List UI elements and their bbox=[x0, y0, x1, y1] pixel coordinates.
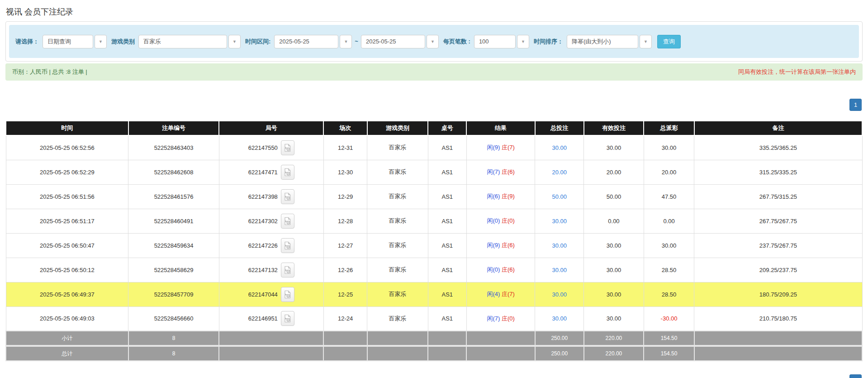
cell-bet-id: 522528462608 bbox=[128, 160, 219, 184]
date-to-picker[interactable]: 2025-05-25 ▼ bbox=[361, 35, 439, 48]
cell-session: 12-27 bbox=[323, 233, 367, 258]
cell-round-id: 622147044 bbox=[219, 282, 323, 306]
cell-table-no: AS1 bbox=[428, 135, 466, 160]
cell-game: 百家乐 bbox=[367, 184, 428, 209]
total-bet-link[interactable]: 30.00 bbox=[552, 315, 567, 322]
cell-round-id: 622147398 bbox=[219, 184, 323, 209]
cell-bet-id: 522528459634 bbox=[128, 233, 219, 258]
cell-bet-id: 522528460491 bbox=[128, 209, 219, 233]
sort-order-select[interactable]: 降幂(由大到小) ▼ bbox=[567, 35, 652, 48]
date-from-picker[interactable]: 2025-05-25 ▼ bbox=[274, 35, 352, 48]
video-file-icon bbox=[284, 192, 291, 201]
sort-order-value[interactable]: 降幂(由大到小) bbox=[567, 35, 638, 48]
video-replay-button[interactable] bbox=[281, 263, 294, 278]
same-round-note: 同局有效投注，统一计算在该局第一张注单内 bbox=[738, 68, 856, 76]
cell-session: 12-24 bbox=[323, 306, 367, 331]
video-replay-button[interactable] bbox=[281, 140, 294, 155]
cell-round-id: 622147550 bbox=[219, 135, 323, 160]
page-1-button[interactable]: 1 bbox=[849, 99, 862, 111]
query-type-select[interactable]: 日期查询 ▼ bbox=[43, 35, 107, 48]
cell-payout: 28.50 bbox=[644, 282, 694, 306]
total-bet-link[interactable]: 20.00 bbox=[552, 169, 567, 176]
video-replay-button[interactable] bbox=[281, 165, 294, 180]
page-size-value[interactable]: 100 bbox=[474, 35, 516, 48]
chevron-down-icon[interactable]: ▼ bbox=[95, 35, 107, 48]
cell-time: 2025-05-25 06:52:29 bbox=[6, 160, 128, 184]
video-file-icon bbox=[284, 314, 291, 323]
total-label: 总计 bbox=[6, 346, 128, 361]
summary-bar: 币别：人民币 | 总共 :8 注单 | 同局有效投注，统一计算在该局第一张注单内 bbox=[5, 63, 863, 81]
total-valid-bet: 220.00 bbox=[584, 346, 644, 361]
cell-remark: 209.25/237.75 bbox=[694, 258, 862, 282]
cell-table-no: AS1 bbox=[428, 282, 466, 306]
video-replay-button[interactable] bbox=[281, 311, 294, 326]
table-row: 2025-05-25 06:50:12 522528458629 6221471… bbox=[6, 258, 862, 282]
game-type-value[interactable]: 百家乐 bbox=[138, 35, 227, 48]
total-bet-link[interactable]: 30.00 bbox=[552, 218, 567, 225]
video-replay-button[interactable] bbox=[281, 238, 294, 253]
video-file-icon bbox=[284, 266, 291, 274]
search-button[interactable]: 查询 bbox=[657, 35, 681, 48]
query-type-value[interactable]: 日期查询 bbox=[43, 35, 93, 48]
page-1-button[interactable]: 1 bbox=[849, 374, 862, 378]
cell-time: 2025-05-25 06:50:12 bbox=[6, 258, 128, 282]
date-from-value[interactable]: 2025-05-25 bbox=[274, 35, 338, 48]
chevron-down-icon[interactable]: ▼ bbox=[427, 35, 439, 48]
date-to-value[interactable]: 2025-05-25 bbox=[361, 35, 425, 48]
col-total-bet: 总投注 bbox=[535, 121, 584, 135]
cell-result: 闲(6) 庄(9) bbox=[466, 184, 535, 209]
table-row: 2025-05-25 06:52:56 522528463403 6221475… bbox=[6, 135, 862, 160]
table-row: 2025-05-25 06:51:17 522528460491 6221473… bbox=[6, 209, 862, 233]
cell-time: 2025-05-25 06:51:56 bbox=[6, 184, 128, 209]
total-bet-link[interactable]: 30.00 bbox=[552, 144, 567, 151]
chevron-down-icon[interactable]: ▼ bbox=[228, 35, 241, 48]
video-replay-button[interactable] bbox=[281, 287, 294, 302]
chevron-down-icon[interactable]: ▼ bbox=[640, 35, 652, 48]
cell-game: 百家乐 bbox=[367, 209, 428, 233]
cell-remark: 210.75/180.75 bbox=[694, 306, 862, 331]
total-total-bet: 250.00 bbox=[535, 346, 584, 361]
page-size-select[interactable]: 100 ▼ bbox=[474, 35, 529, 48]
total-row: 总计 8 250.00 220.00 154.50 bbox=[6, 346, 862, 361]
cell-valid-bet: 20.00 bbox=[584, 160, 644, 184]
total-bet-link[interactable]: 50.00 bbox=[552, 193, 567, 200]
cell-result: 闲(9) 庄(6) bbox=[466, 233, 535, 258]
total-bet-link[interactable]: 30.00 bbox=[552, 242, 567, 249]
page-title: 视讯 会员下注纪录 bbox=[6, 6, 73, 17]
game-type-select[interactable]: 百家乐 ▼ bbox=[138, 35, 241, 48]
table-row: 2025-05-25 06:49:03 522528456660 6221469… bbox=[6, 306, 862, 331]
cell-total-bet: 50.00 bbox=[535, 184, 584, 209]
subtotal-count: 8 bbox=[128, 331, 219, 346]
cell-remark: 267.75/315.25 bbox=[694, 184, 862, 209]
total-bet-link[interactable]: 30.00 bbox=[552, 267, 567, 273]
table-row: 2025-05-25 06:52:29 522528462608 6221474… bbox=[6, 160, 862, 184]
cell-payout: 0.00 bbox=[644, 209, 694, 233]
chevron-down-icon[interactable]: ▼ bbox=[517, 35, 529, 48]
total-bet-link[interactable]: 30.00 bbox=[552, 291, 567, 298]
cell-result: 闲(7) 庄(0) bbox=[466, 306, 535, 331]
col-game-type: 游戏类别 bbox=[367, 121, 428, 135]
cell-total-bet: 30.00 bbox=[535, 306, 584, 331]
col-remark: 备注 bbox=[694, 121, 862, 135]
cell-session: 12-29 bbox=[323, 184, 367, 209]
cell-valid-bet: 30.00 bbox=[584, 282, 644, 306]
cell-remark: 335.25/365.25 bbox=[694, 135, 862, 160]
subtotal-total-bet: 250.00 bbox=[535, 331, 584, 346]
time-range-label: 时间区间: bbox=[245, 38, 270, 46]
chevron-down-icon[interactable]: ▼ bbox=[340, 35, 352, 48]
cell-round-id: 622147471 bbox=[219, 160, 323, 184]
cell-remark: 267.75/267.75 bbox=[694, 209, 862, 233]
cell-session: 12-25 bbox=[323, 282, 367, 306]
bet-records-table: 时间 注单编号 局号 场次 游戏类别 桌号 结果 总投注 有效投注 总派彩 备注… bbox=[5, 120, 863, 361]
page-size-label: 每页笔数 : bbox=[443, 38, 470, 46]
sort-order-label: 时间排序： bbox=[534, 38, 563, 46]
filter-panel: 请选择： 日期查询 ▼ 游戏类别 百家乐 ▼ 时间区间: 2025-05-25 … bbox=[5, 21, 863, 62]
video-replay-button[interactable] bbox=[281, 189, 294, 204]
cell-result: 闲(0) 庄(0) bbox=[466, 209, 535, 233]
currency-total-text: 币别：人民币 | 总共 :8 注单 | bbox=[12, 68, 87, 76]
cell-table-no: AS1 bbox=[428, 209, 466, 233]
cell-session: 12-30 bbox=[323, 160, 367, 184]
cell-session: 12-31 bbox=[323, 135, 367, 160]
col-session: 场次 bbox=[323, 121, 367, 135]
video-replay-button[interactable] bbox=[281, 214, 294, 229]
